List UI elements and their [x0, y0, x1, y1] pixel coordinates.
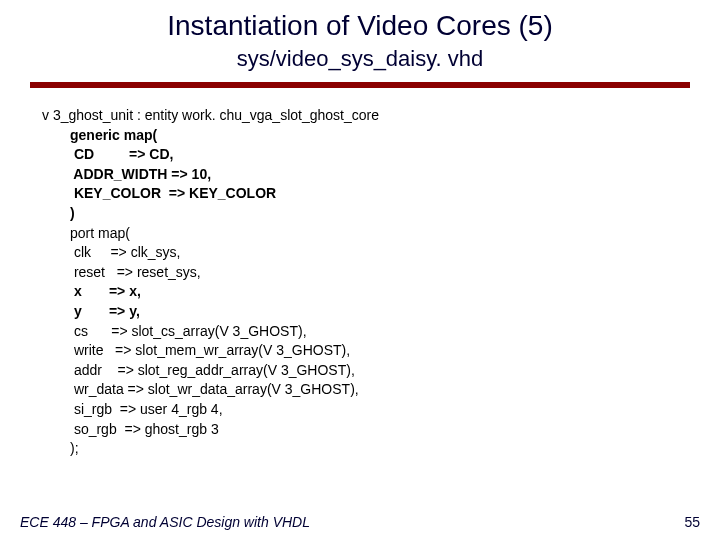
- code-line: ADDR_WIDTH => 10,: [42, 165, 720, 185]
- code-line: generic map(: [42, 126, 720, 146]
- code-line: addr => slot_reg_addr_array(V 3_GHOST),: [42, 361, 720, 381]
- code-line: y => y,: [42, 302, 720, 322]
- code-line: );: [42, 439, 720, 459]
- code-line: ): [42, 204, 720, 224]
- code-line: port map(: [42, 224, 720, 244]
- code-line: KEY_COLOR => KEY_COLOR: [42, 184, 720, 204]
- code-line: so_rgb => ghost_rgb 3: [42, 420, 720, 440]
- title-divider: [30, 82, 690, 88]
- footer-course: ECE 448 – FPGA and ASIC Design with VHDL: [20, 514, 310, 530]
- code-line: wr_data => slot_wr_data_array(V 3_GHOST)…: [42, 380, 720, 400]
- slide-subtitle: sys/video_sys_daisy. vhd: [0, 42, 720, 82]
- code-line: clk => clk_sys,: [42, 243, 720, 263]
- code-line: x => x,: [42, 282, 720, 302]
- code-line: cs => slot_cs_array(V 3_GHOST),: [42, 322, 720, 342]
- slide-number: 55: [684, 514, 700, 530]
- slide-title: Instantiation of Video Cores (5): [0, 0, 720, 42]
- code-line: reset => reset_sys,: [42, 263, 720, 283]
- code-line: write => slot_mem_wr_array(V 3_GHOST),: [42, 341, 720, 361]
- code-line: CD => CD,: [42, 145, 720, 165]
- code-line: v 3_ghost_unit : entity work. chu_vga_sl…: [42, 106, 720, 126]
- footer: ECE 448 – FPGA and ASIC Design with VHDL…: [0, 514, 720, 530]
- code-block: v 3_ghost_unit : entity work. chu_vga_sl…: [0, 106, 720, 459]
- code-line: si_rgb => user 4_rgb 4,: [42, 400, 720, 420]
